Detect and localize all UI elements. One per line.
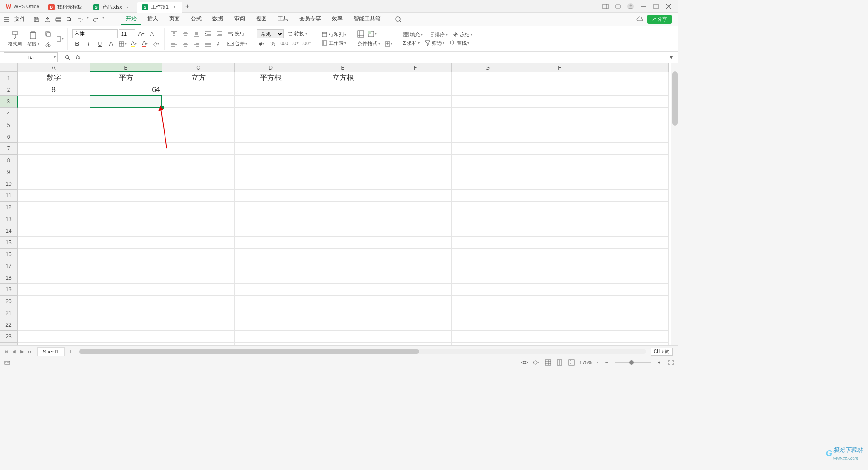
- cell[interactable]: [307, 296, 379, 307]
- cell[interactable]: [452, 72, 524, 84]
- cell[interactable]: [235, 284, 307, 296]
- cell[interactable]: [452, 143, 524, 155]
- paste-button[interactable]: 粘贴 ▾: [25, 30, 41, 48]
- column-header[interactable]: H: [524, 63, 596, 72]
- cell[interactable]: [18, 131, 90, 143]
- menu-tab[interactable]: 会员专享: [295, 13, 326, 25]
- close-icon[interactable]: ·: [125, 4, 131, 10]
- cell[interactable]: [307, 249, 379, 260]
- cell[interactable]: [162, 131, 235, 143]
- cell[interactable]: [596, 202, 669, 213]
- cell[interactable]: [524, 213, 596, 225]
- expand-formula-icon[interactable]: ▾: [667, 53, 675, 61]
- row-header[interactable]: 22: [0, 319, 18, 331]
- cell[interactable]: [162, 96, 235, 108]
- undo-dd[interactable]: ▾: [87, 15, 89, 24]
- cell[interactable]: [307, 319, 379, 331]
- cell[interactable]: [452, 343, 524, 345]
- align-bottom-button[interactable]: [192, 29, 202, 38]
- undo-icon[interactable]: [76, 15, 84, 24]
- sheet-last-button[interactable]: ⏭: [27, 348, 33, 355]
- cell[interactable]: [235, 131, 307, 143]
- cell[interactable]: [452, 202, 524, 213]
- cell[interactable]: [452, 96, 524, 108]
- row-header[interactable]: 8: [0, 155, 18, 166]
- format-painter-button[interactable]: 格式刷: [6, 30, 24, 48]
- cell[interactable]: [596, 284, 669, 296]
- cell[interactable]: [90, 155, 162, 166]
- row-header[interactable]: 17: [0, 260, 18, 272]
- fill-color-button[interactable]: A▾: [129, 39, 139, 48]
- strike-button[interactable]: A: [106, 39, 116, 48]
- font-size-select[interactable]: [119, 29, 135, 38]
- orientation-button[interactable]: [214, 39, 224, 48]
- cell[interactable]: [379, 108, 452, 119]
- fx-icon[interactable]: fx: [74, 53, 82, 61]
- cell[interactable]: [379, 190, 452, 202]
- transform-button[interactable]: 转换▾: [285, 30, 309, 38]
- cell[interactable]: [90, 307, 162, 319]
- cell[interactable]: [452, 307, 524, 319]
- wrap-text-button[interactable]: 换行: [226, 30, 246, 38]
- column-header[interactable]: C: [162, 63, 235, 72]
- cell[interactable]: [307, 260, 379, 272]
- fullscreen-button[interactable]: [667, 359, 675, 366]
- cell[interactable]: [307, 155, 379, 166]
- cell[interactable]: [162, 331, 235, 343]
- cell[interactable]: [524, 190, 596, 202]
- cell[interactable]: [596, 96, 669, 108]
- cell[interactable]: [235, 296, 307, 307]
- vertical-scrollbar[interactable]: [671, 63, 678, 345]
- row-header[interactable]: 13: [0, 213, 18, 225]
- row-header[interactable]: 15: [0, 237, 18, 249]
- cell[interactable]: [524, 155, 596, 166]
- freeze-button[interactable]: 冻结▾: [451, 31, 474, 38]
- font-color-button[interactable]: A▾: [140, 39, 150, 48]
- row-header[interactable]: 14: [0, 225, 18, 237]
- row-header[interactable]: 5: [0, 119, 18, 131]
- row-header[interactable]: 23: [0, 331, 18, 343]
- cell[interactable]: [524, 178, 596, 190]
- cell[interactable]: [596, 155, 669, 166]
- cell[interactable]: [452, 296, 524, 307]
- cell[interactable]: [379, 260, 452, 272]
- ime-badge[interactable]: CH ♪ 简: [651, 348, 673, 356]
- row-col-button[interactable]: 行和列▾: [320, 31, 348, 38]
- indent-inc-button[interactable]: [214, 29, 224, 38]
- cell[interactable]: [162, 272, 235, 284]
- copy-button[interactable]: [43, 29, 53, 38]
- cell[interactable]: [524, 143, 596, 155]
- cell[interactable]: 数字: [18, 72, 90, 84]
- cell[interactable]: [452, 213, 524, 225]
- cell[interactable]: [235, 190, 307, 202]
- cell[interactable]: [162, 213, 235, 225]
- cell[interactable]: [235, 307, 307, 319]
- print-icon[interactable]: [54, 15, 62, 24]
- cell[interactable]: [90, 343, 162, 345]
- cell[interactable]: [379, 213, 452, 225]
- dec-dec-button[interactable]: .00⁻: [302, 39, 312, 48]
- menu-tab[interactable]: 数据: [208, 13, 228, 25]
- cell[interactable]: [307, 131, 379, 143]
- cell[interactable]: [596, 108, 669, 119]
- cell[interactable]: [90, 190, 162, 202]
- cell[interactable]: [90, 202, 162, 213]
- cell[interactable]: [90, 131, 162, 143]
- cell[interactable]: [235, 155, 307, 166]
- column-header[interactable]: B: [90, 63, 162, 72]
- cell[interactable]: [90, 166, 162, 178]
- cell[interactable]: [524, 343, 596, 345]
- cell[interactable]: [379, 343, 452, 345]
- cell[interactable]: [18, 119, 90, 131]
- clipboard-dd[interactable]: ▾: [55, 34, 65, 43]
- cell[interactable]: [524, 284, 596, 296]
- cell[interactable]: [596, 237, 669, 249]
- cell[interactable]: [596, 343, 669, 345]
- zoom-out-button[interactable]: −: [603, 359, 610, 366]
- menu-tab[interactable]: 审阅: [230, 13, 250, 25]
- row-header[interactable]: 3: [0, 96, 18, 108]
- cell[interactable]: [18, 319, 90, 331]
- cell[interactable]: [307, 307, 379, 319]
- row-header[interactable]: 16: [0, 249, 18, 260]
- keyboard-icon[interactable]: [4, 359, 11, 366]
